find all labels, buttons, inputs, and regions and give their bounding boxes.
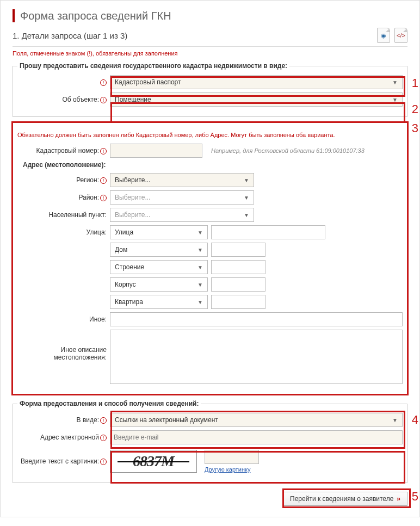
doc-type-select[interactable]: Кадастровый паспорт ▼ — [110, 75, 403, 89]
chevron-down-icon: ▼ — [197, 230, 203, 236]
section-request-type-legend: Прошу предоставить сведения государствен… — [17, 62, 289, 70]
other-desc-label: Иное описание местоположения: — [17, 330, 110, 361]
row-street: Улица: Улица ▼ — [17, 225, 403, 239]
callout-1: 1 — [412, 76, 418, 90]
doc-format-icons: ◉ </> — [377, 28, 407, 43]
row-doc-type: ! Кадастровый паспорт ▼ — [17, 75, 403, 89]
email-input[interactable] — [110, 430, 403, 444]
chevron-down-icon: ▼ — [244, 177, 249, 183]
row-flat: Квартира ▼ — [17, 295, 403, 309]
flat-number-input[interactable] — [211, 295, 265, 309]
settlement-select[interactable]: Выберите... ▼ — [110, 208, 254, 222]
street-label: Улица: — [17, 228, 110, 236]
chevron-down-icon: ▼ — [392, 79, 398, 85]
row-korpus: Корпус ▼ — [17, 277, 403, 292]
district-label: Район:! — [17, 194, 110, 201]
other-input[interactable] — [110, 312, 403, 326]
step-title: 1. Детали запроса (шаг 1 из 3) — [13, 31, 127, 40]
page-header: Форма запроса сведений ГКН — [1, 1, 419, 28]
section2-note: Обязательно должен быть заполнен либо Ка… — [17, 132, 403, 138]
row-house: Дом ▼ — [17, 243, 403, 257]
region-select[interactable]: Выберите... ▼ — [110, 173, 254, 187]
submit-label: Перейти к сведениям о заявителе — [290, 495, 393, 503]
chevron-down-icon: ▼ — [197, 264, 203, 270]
callout-3: 3 — [412, 121, 418, 135]
region-label: Регион:! — [17, 176, 110, 184]
format-label: В виде:! — [17, 416, 110, 424]
row-region: Регион:! Выберите... ▼ — [17, 173, 403, 187]
callout-5: 5 — [412, 490, 418, 504]
title-accent-bar — [13, 9, 15, 22]
other-desc-textarea[interactable] — [110, 330, 403, 384]
object-value: Помещение — [115, 96, 151, 103]
doc-type-value: Кадастровый паспорт — [115, 78, 181, 86]
street-type-select[interactable]: Улица ▼ — [110, 225, 208, 239]
chevron-down-icon: ▼ — [197, 247, 203, 253]
row-other-desc: Иное описание местоположения: — [17, 330, 403, 384]
row-object: Об объекте:! Помещение ▼ — [17, 92, 403, 107]
section-request-type: Прошу предоставить сведения государствен… — [13, 62, 407, 117]
row-other: Иное: — [17, 312, 403, 326]
house-number-input[interactable] — [211, 243, 265, 257]
eye-icon: ◉ — [381, 32, 386, 39]
section-delivery: Форма предоставления и способ получения … — [13, 400, 407, 483]
chevron-down-icon: ▼ — [392, 97, 398, 103]
chevron-down-icon: ▼ — [244, 195, 249, 201]
cadastral-input[interactable] — [110, 144, 202, 158]
korpus-number-input[interactable] — [211, 277, 265, 292]
cadastral-hint: Например, для Ростовской области 61:09:0… — [211, 147, 365, 154]
required-icon: ! — [100, 79, 107, 86]
email-label: Адрес электронной! — [17, 434, 110, 441]
step-header-row: 1. Детали запроса (шаг 1 из 3) ◉ </> — [13, 28, 407, 47]
row-cadastral: Кадастровый номер:! Например, для Ростов… — [17, 144, 403, 158]
house-type-select[interactable]: Дом ▼ — [110, 243, 208, 257]
object-select[interactable]: Помещение ▼ — [110, 92, 403, 107]
building-number-input[interactable] — [211, 260, 265, 274]
required-icon: ! — [100, 417, 107, 424]
captcha-image: 6837M — [110, 450, 197, 473]
form-page: Форма запроса сведений ГКН 1. Детали зап… — [0, 0, 420, 517]
address-subheader: Адрес (местоположение): — [23, 161, 403, 169]
building-type-select[interactable]: Строение ▼ — [110, 260, 208, 274]
row-captcha: Введите текст с картинки:! 6837M Другую … — [17, 450, 403, 473]
required-icon: ! — [100, 435, 107, 441]
required-icon: ! — [100, 148, 107, 154]
xml-doc-icon[interactable]: </> — [394, 28, 407, 43]
section-delivery-legend: Форма предоставления и способ получения … — [17, 400, 201, 407]
submit-row: Перейти к сведениям о заявителе » — [13, 488, 407, 506]
submit-button[interactable]: Перейти к сведениям о заявителе » — [283, 492, 407, 506]
page-title: Форма запроса сведений ГКН — [20, 10, 171, 22]
format-select[interactable]: Ссылки на электронный документ ▼ — [110, 413, 403, 427]
required-fields-note: Поля, отмеченные знаком (!), обязательны… — [13, 50, 407, 57]
callout-4: 4 — [412, 413, 418, 427]
xml-icon: </> — [397, 32, 405, 39]
chevron-down-icon: ▼ — [197, 282, 203, 288]
row-email: Адрес электронной! — [17, 430, 403, 444]
cadastral-label: Кадастровый номер:! — [17, 147, 110, 154]
captcha-label: Введите текст с картинки:! — [17, 457, 110, 465]
required-icon: ! — [100, 459, 107, 465]
preview-doc-icon[interactable]: ◉ — [377, 28, 390, 43]
callout-2: 2 — [412, 102, 418, 116]
section-object-details: Обязательно должен быть заполнен либо Ка… — [13, 122, 407, 394]
required-icon: ! — [100, 97, 107, 103]
korpus-type-select[interactable]: Корпус ▼ — [110, 277, 208, 292]
chevron-down-icon: ▼ — [197, 299, 203, 305]
captcha-refresh-link[interactable]: Другую картинку — [205, 466, 259, 473]
settlement-label: Населенный пункт: — [17, 211, 110, 219]
row-format: В виде:! Ссылки на электронный документ … — [17, 413, 403, 427]
row-settlement: Населенный пункт: Выберите... ▼ — [17, 208, 403, 222]
other-label: Иное: — [17, 315, 110, 323]
captcha-input[interactable] — [205, 450, 259, 464]
arrow-right-icon: » — [397, 495, 400, 503]
street-name-input[interactable] — [211, 225, 325, 239]
row-district: Район:! Выберите... ▼ — [17, 190, 403, 205]
chevron-down-icon: ▼ — [244, 212, 249, 218]
required-icon: ! — [100, 177, 107, 184]
form-body: 1. Детали запроса (шаг 1 из 3) ◉ </> Пол… — [1, 28, 419, 506]
required-icon: ! — [100, 195, 107, 201]
chevron-down-icon: ▼ — [392, 417, 398, 423]
flat-type-select[interactable]: Квартира ▼ — [110, 295, 208, 309]
row-building: Строение ▼ — [17, 260, 403, 274]
district-select[interactable]: Выберите... ▼ — [110, 190, 254, 205]
